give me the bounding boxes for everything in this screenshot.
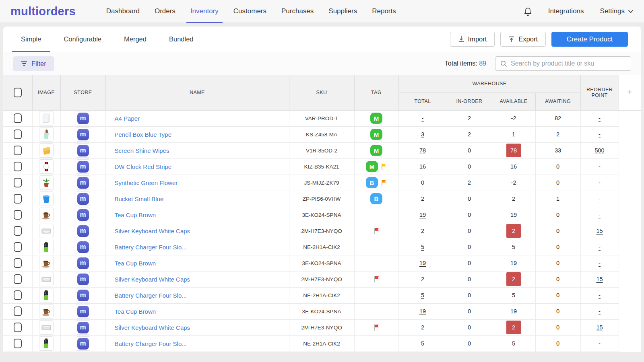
product-name-link[interactable]: Battery Charger Four Slo...: [115, 292, 187, 299]
product-name-link[interactable]: Bucket Small Blue: [115, 195, 164, 202]
reorder-point-cell-link[interactable]: -: [599, 244, 601, 250]
nav-item-orders[interactable]: Orders: [155, 0, 175, 23]
settings-menu[interactable]: Settings: [600, 7, 634, 15]
total-cell-link[interactable]: 5: [421, 292, 424, 298]
total-cell-link[interactable]: 78: [419, 147, 426, 154]
tag-badge-b: B: [370, 193, 382, 204]
total-cell: 2: [398, 223, 447, 239]
awaiting-cell: 0: [535, 158, 580, 175]
add-column-button[interactable]: +: [619, 75, 641, 110]
filter-icon: [21, 61, 27, 66]
reorder-point-cell-link[interactable]: 15: [596, 228, 603, 234]
reorder-point-cell: 15: [580, 319, 619, 335]
in-order-cell: 2: [447, 126, 492, 142]
total-cell-link[interactable]: 16: [419, 163, 426, 170]
notifications-bell-icon[interactable]: [524, 7, 532, 16]
reorder-point-cell-link[interactable]: -: [599, 292, 601, 298]
product-paper-icon: [39, 111, 54, 125]
reorder-point-cell-link[interactable]: -: [599, 179, 601, 186]
reorder-point-cell-link[interactable]: -: [599, 131, 601, 138]
total-cell-link[interactable]: 19: [419, 260, 426, 266]
row-checkbox[interactable]: [14, 242, 22, 252]
nav-item-suppliers[interactable]: Suppliers: [328, 0, 357, 23]
tab-bundled[interactable]: Bundled: [158, 27, 205, 52]
awaiting-cell: 0: [535, 207, 580, 223]
product-name-link[interactable]: Pencil Box Blue Type: [115, 131, 171, 138]
reorder-point-cell-link[interactable]: -: [599, 340, 601, 347]
row-checkbox[interactable]: [14, 130, 22, 139]
product-name-link[interactable]: Tea Cup Brown: [115, 212, 156, 218]
product-name-link[interactable]: A4 Paper: [115, 115, 140, 122]
row-checkbox[interactable]: [14, 258, 22, 268]
row-checkbox[interactable]: [14, 226, 22, 236]
reorder-point-cell-link[interactable]: -: [599, 195, 601, 202]
row-checkbox[interactable]: [14, 194, 22, 204]
total-cell-link[interactable]: 19: [419, 212, 426, 218]
product-name-link[interactable]: Battery Charger Four Slo...: [115, 340, 187, 347]
product-name-link[interactable]: Silver Keyboard White Caps: [115, 276, 190, 283]
row-checkbox[interactable]: [14, 210, 22, 220]
product-name-link[interactable]: Battery Charger Four Slo...: [115, 244, 187, 251]
row-checkbox[interactable]: [14, 162, 22, 171]
row-checkbox[interactable]: [14, 339, 22, 348]
product-name-link[interactable]: Synthetic Green Flower: [115, 179, 178, 186]
reorder-point-cell-link[interactable]: -: [599, 212, 601, 218]
import-button[interactable]: Import: [450, 32, 495, 47]
export-button[interactable]: Export: [500, 32, 546, 47]
product-plant-icon: [39, 175, 54, 190]
nav-item-reports[interactable]: Reports: [372, 0, 396, 23]
search-box: [495, 56, 631, 71]
nav-item-inventory[interactable]: Inventory: [190, 0, 219, 23]
search-input[interactable]: [511, 60, 626, 67]
product-name-link[interactable]: Tea Cup Brown: [115, 308, 156, 315]
create-product-button[interactable]: Create Product: [551, 32, 628, 47]
row-checkbox[interactable]: [14, 113, 22, 123]
total-cell-link[interactable]: 19: [419, 308, 426, 315]
reorder-point-cell-link[interactable]: -: [599, 163, 601, 170]
row-checkbox[interactable]: [14, 146, 22, 155]
reorder-point-cell: -: [580, 191, 619, 207]
in-order-cell: 0: [447, 319, 492, 335]
nav-item-dashboard[interactable]: Dashboard: [106, 0, 140, 23]
reorder-point-cell-link[interactable]: -: [599, 115, 601, 121]
header-in-order: IN-ORDER: [447, 93, 492, 110]
nav-item-integrations[interactable]: Integrations: [548, 7, 584, 15]
reorder-point-cell-link[interactable]: 15: [596, 276, 603, 282]
total-cell-link[interactable]: 3: [421, 131, 424, 138]
select-all-checkbox[interactable]: [14, 88, 22, 97]
product-name-link[interactable]: Silver Keyboard White Caps: [115, 324, 190, 331]
multiorders-logo[interactable]: multiorders: [10, 5, 76, 18]
tag-cell: B: [354, 191, 398, 207]
tab-configurable[interactable]: Configurable: [52, 27, 113, 52]
row-checkbox[interactable]: [14, 306, 22, 316]
chevron-down-icon: [628, 10, 634, 13]
tab-simple[interactable]: Simple: [10, 27, 52, 52]
row-checkbox[interactable]: [14, 323, 22, 332]
row-checkbox[interactable]: [14, 274, 22, 284]
spacer-cell: [619, 223, 641, 239]
total-cell-link[interactable]: -: [422, 115, 424, 121]
product-name-link[interactable]: Screen Shine Wipes: [115, 147, 169, 154]
nav-item-customers[interactable]: Customers: [233, 0, 266, 23]
total-cell-link[interactable]: 5: [421, 244, 424, 250]
sku-cell: 3E-KO24-SPNA: [289, 207, 354, 223]
nav-item-purchases[interactable]: Purchases: [281, 0, 314, 23]
product-battery-icon: [39, 240, 54, 254]
tag-badge-m: M: [370, 129, 382, 140]
inventory-table: IMAGE STORE NAME SKU TAG WAREHOUSE REORD…: [3, 75, 641, 352]
product-name-link[interactable]: DW Clock Red Stripe: [115, 163, 172, 170]
available-cell: 1: [492, 126, 535, 142]
export-label: Export: [518, 35, 538, 43]
reorder-point-cell-link[interactable]: 15: [596, 324, 603, 331]
row-checkbox[interactable]: [14, 178, 22, 187]
awaiting-cell: 82: [535, 110, 580, 126]
reorder-point-cell-link[interactable]: 500: [594, 147, 604, 154]
product-name-link[interactable]: Tea Cup Brown: [115, 260, 156, 267]
row-checkbox[interactable]: [14, 290, 22, 300]
total-cell-link[interactable]: 5: [421, 340, 424, 347]
filter-button[interactable]: Filter: [13, 56, 54, 71]
tab-merged[interactable]: Merged: [113, 27, 158, 52]
reorder-point-cell-link[interactable]: -: [599, 308, 601, 315]
product-name-link[interactable]: Silver Keyboard White Caps: [115, 228, 190, 234]
reorder-point-cell-link[interactable]: -: [599, 260, 601, 266]
